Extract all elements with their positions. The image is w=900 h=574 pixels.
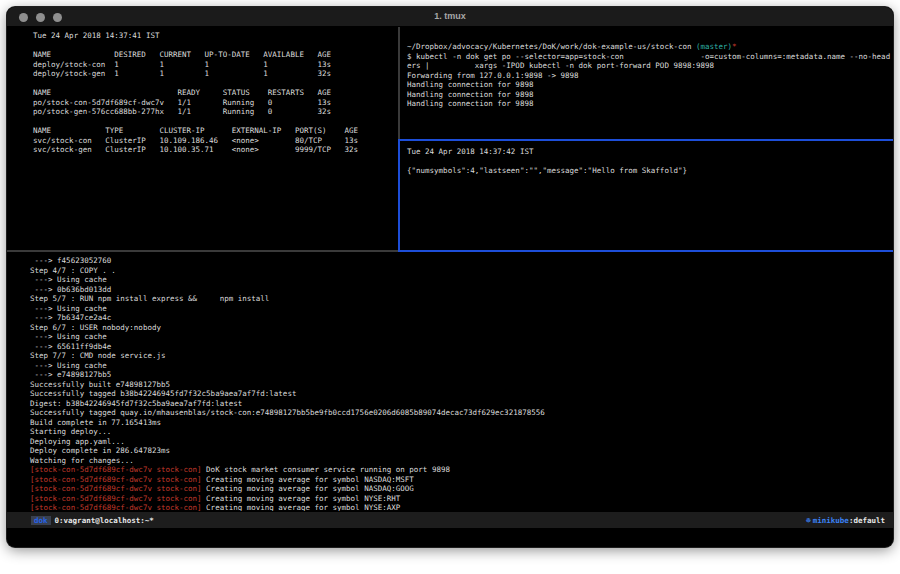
terminal-line: Successfully tagged quay.io/mhausenblas/… [30,408,891,418]
pane-divider-vertical-inactive [398,27,400,139]
terminal-line: Build complete in 77.165413ms [30,418,891,428]
terminal-line: Step 5/7 : RUN npm install express && np… [30,294,891,304]
kube-cluster-name: minikube [813,516,849,525]
tmux-statusbar: dok 0:vagrant@localhost:~* ☸ minikube :d… [7,512,893,528]
text-segment: [stock-con-5d7df689cf-dwc7v stock-con] [30,503,202,511]
terminal-line: ~/Dropbox/advocacy/Kubernetes/DoK/work/d… [407,42,891,52]
terminal-line: ers | xargs -IPOD kubectl -n dok port-fo… [407,61,891,71]
terminal-line: [stock-con-5d7df689cf-dwc7v stock-con] C… [30,484,891,494]
terminal-line: [stock-con-5d7df689cf-dwc7v stock-con] C… [30,494,891,504]
pane-service-watch-active[interactable]: Tue 24 Apr 2018 14:37:42 IST {"numsymbol… [401,144,891,249]
pane-divider-horizontal-inactive [7,250,398,252]
terminal-line: {"numsymbols":4,"lastseen":"","message":… [407,166,891,176]
terminal-line: Watching for changes... [30,456,891,466]
terminal-line: ---> Using cache [30,304,891,314]
kube-context-namespace: :default [849,516,885,525]
terminal-line: Starting deploy... [30,427,891,437]
text-segment: Creating moving average for symbol NYSE:… [202,503,401,511]
terminal-window: 1. tmux Tue 24 Apr 2018 14:37:41 IST NAM… [7,7,893,547]
terminal-line: Deploy complete in 286.647823ms [30,446,891,456]
titlebar[interactable]: 1. tmux [7,7,893,27]
active-window-tab[interactable]: 0:vagrant@localhost:~* [55,516,154,525]
terminal-line: ---> Using cache [30,361,891,371]
terminal-line: Step 6/7 : USER nobody:nobody [30,323,891,333]
text-segment: [stock-con-5d7df689cf-dwc7v stock-con] [30,465,202,474]
text-segment: [stock-con-5d7df689cf-dwc7v stock-con] [30,484,202,493]
pane-kubectl-watch[interactable]: Tue 24 Apr 2018 14:37:41 IST NAME DESIRE… [11,28,397,249]
terminal-line: Deploying app.yaml... [30,437,891,447]
terminal-line: deploy/stock-con 1 1 1 1 13s [33,60,397,70]
terminal-line: Digest: b38b42246945fd7f32c5ba9aea7af7fd… [30,399,891,409]
pane-divider-horizontal-active-bottom [398,250,893,252]
terminal-line: $ kubectl -n dok get po --selector=app=s… [407,52,891,62]
terminal-line: Tue 24 Apr 2018 14:37:41 IST [33,31,397,41]
terminal-line: Step 4/7 : COPY . . [30,266,891,276]
terminal-line: NAME TYPE CLUSTER-IP EXTERNAL-IP PORT(S)… [33,126,397,136]
text-segment: [stock-con-5d7df689cf-dwc7v stock-con] [30,475,202,484]
tmux-session: Tue 24 Apr 2018 14:37:41 IST NAME DESIRE… [7,27,893,547]
terminal-line [407,157,891,167]
kubernetes-helm-icon: ☸ [806,516,811,525]
terminal-line: ---> f45623052760 [30,256,891,266]
terminal-line: Step 7/7 : CMD node service.js [30,351,891,361]
terminal-line: Forwarding from 127.0.0.1:9898 -> 9898 [407,71,891,81]
terminal-line: Handling connection for 9898 [407,99,891,109]
terminal-line [33,41,397,51]
desktop-background: 1. tmux Tue 24 Apr 2018 14:37:41 IST NAM… [0,0,900,574]
text-segment: Creating moving average for symbol NASDA… [202,475,414,484]
terminal-line [33,117,397,127]
text-segment: * [732,42,737,51]
terminal-line: [stock-con-5d7df689cf-dwc7v stock-con] C… [30,475,891,485]
terminal-line: Handling connection for 9898 [407,90,891,100]
session-name-badge[interactable]: dok [31,516,51,525]
pane-divider-horizontal-active-top [400,139,893,141]
pane-port-forward[interactable]: ~/Dropbox/advocacy/Kubernetes/DoK/work/d… [401,28,891,138]
terminal-line: svc/stock-con ClusterIP 10.109.186.46 <n… [33,136,397,146]
terminal-line: po/stock-con-5d7df689cf-dwc7v 1/1 Runnin… [33,98,397,108]
text-segment: [stock-con-5d7df689cf-dwc7v stock-con] [30,494,202,503]
pane-divider-vertical-active [398,139,400,252]
terminal-line: deploy/stock-gen 1 1 1 1 32s [33,69,397,79]
terminal-line: Successfully built e74898127bb5 [30,380,891,390]
terminal-line: ---> 65611ff9db4e [30,342,891,352]
text-segment: Creating moving average for symbol NASDA… [202,484,414,493]
terminal-line: po/stock-gen-576cc688bb-277hx 1/1 Runnin… [33,107,397,117]
terminal-line: [stock-con-5d7df689cf-dwc7v stock-con] D… [30,465,891,475]
terminal-line: ---> Using cache [30,332,891,342]
window-title: 1. tmux [7,11,893,21]
terminal-line: NAME DESIRED CURRENT UP-TO-DATE AVAILABL… [33,50,397,60]
terminal-line: svc/stock-gen ClusterIP 10.100.35.71 <no… [33,145,397,155]
terminal-line: Handling connection for 9898 [407,80,891,90]
terminal-line: ---> 7b6347ce2a4c [30,313,891,323]
pane-skaffold-build-log[interactable]: ---> f45623052760Step 4/7 : COPY . . ---… [11,254,891,511]
terminal-line: Tue 24 Apr 2018 14:37:42 IST [407,147,891,157]
terminal-line: ---> 0b636bd013dd [30,285,891,295]
terminal-line: ---> Using cache [30,275,891,285]
terminal-line: [stock-con-5d7df689cf-dwc7v stock-con] C… [30,503,891,511]
text-segment: Creating moving average for symbol NYSE:… [202,494,401,503]
text-segment: (master) [696,42,732,51]
terminal-line [33,79,397,89]
terminal-line: Successfully tagged b38b42246945fd7f32c5… [30,389,891,399]
text-segment: DoK stock market consumer service runnin… [202,465,450,474]
terminal-line: NAME READY STATUS RESTARTS AGE [33,88,397,98]
text-segment: ~/Dropbox/advocacy/Kubernetes/DoK/work/d… [407,42,696,51]
terminal-line: ---> e74898127bb5 [30,370,891,380]
